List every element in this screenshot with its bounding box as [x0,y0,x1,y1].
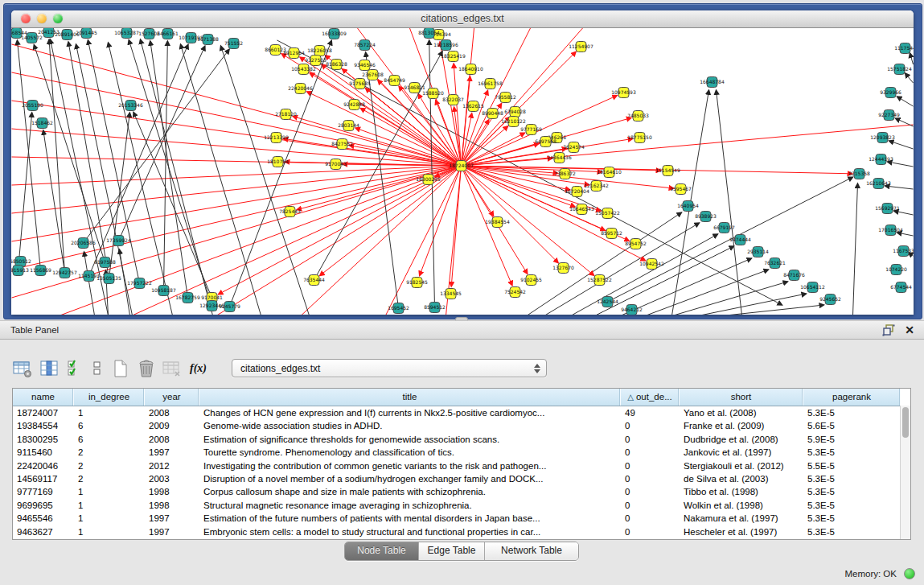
table-panel-body: f(x) citations_edges.txt namein_degreeye… [0,340,924,585]
network-edge[interactable] [133,112,211,298]
table-cell: Embryonic stem cells: a model to study s… [199,525,621,538]
graph-node-label: 9474444 [729,237,751,242]
table-row[interactable]: 977716911998Corpus callosum shape and si… [13,485,910,498]
table-row[interactable]: 946554611997Estimation of the future num… [13,512,910,525]
network-edge[interactable] [853,183,858,315]
table-cell: Franke et al. (2009) [680,419,803,432]
table-cell: 5.3E-5 [803,446,901,459]
network-edge[interactable] [84,252,95,315]
graph-node-label: 9102455 [520,277,542,282]
network-edge[interactable] [717,90,742,315]
network-edge[interactable] [366,52,399,308]
table-cell: 0 [621,512,680,525]
window-title: citations_edges.txt [11,13,914,24]
network-canvas[interactable]: 1872400786601238912954182260589327503818… [11,28,914,315]
network-edge[interactable] [910,53,914,64]
table-row[interactable]: 969969511998Structural magnetic resonanc… [13,499,910,512]
graph-node-label: 9671388 [197,36,219,42]
table-settings-icon[interactable] [13,359,32,378]
network-edge[interactable] [12,166,462,213]
table-cell: 1 [74,499,145,512]
graph-node-label: 9242848 [343,101,365,107]
graph-node-label: 16210122 [501,118,526,124]
graph-node-label: 7632621 [764,260,786,266]
network-edge[interactable] [885,186,914,189]
network-edge[interactable] [129,40,211,306]
row-selector-icon[interactable] [92,359,103,378]
network-edge[interactable] [230,40,332,307]
tab-edge-table[interactable]: Edge Table [419,542,485,560]
network-edge[interactable] [889,141,914,149]
network-edge[interactable] [133,166,462,315]
network-edge[interactable] [302,166,462,315]
graph-node-label: 8912954 [283,50,305,56]
table-source-dropdown[interactable]: citations_edges.txt [232,359,547,377]
table-cell: 2003 [145,472,199,485]
network-edge[interactable] [150,41,188,298]
network-edge[interactable] [451,166,461,286]
table-row[interactable]: 1872400712008Changes of HCN gene express… [13,406,910,419]
table-row[interactable]: 1938455462009Genome-wide association stu… [13,419,910,432]
network-edge[interactable] [897,97,914,106]
delete-trash-icon[interactable] [137,359,156,378]
graph-node-label: 15287522 [587,277,612,282]
tab-node-table[interactable]: Node Table [345,542,419,560]
table-cell: 9463627 [13,525,74,538]
network-edge[interactable] [12,72,462,166]
graph-node-label: 24364436 [547,154,572,160]
column-header-year[interactable]: year [145,389,199,406]
graph-node-label: 18226058 [307,47,332,53]
window-titlebar[interactable]: citations_edges.txt [11,10,914,28]
network-edge[interactable] [897,233,914,236]
column-header-pagerank[interactable]: pagerank [803,389,901,406]
table-row[interactable]: 911546021997Tourette syndrome. Phenomeno… [13,446,910,459]
network-edge[interactable] [18,113,32,270]
network-edge[interactable] [34,45,105,262]
delete-table-icon-disabled [162,359,182,378]
column-header-in-degree[interactable]: in_degree [74,389,145,406]
table-cell: Stergiakouli et al. (2012) [680,459,803,472]
network-edge[interactable] [43,130,65,273]
network-edge[interactable] [360,108,461,166]
network-edge[interactable] [462,166,512,286]
column-header-out-de-[interactable]: △out_de... [621,389,680,406]
network-edge[interactable] [596,246,734,315]
network-edge[interactable] [700,294,807,315]
table-cell: 6 [74,433,145,446]
network-edge[interactable] [888,162,914,167]
network-edge[interactable] [906,73,914,83]
graph-node-label: 8454749 [384,77,405,83]
network-edge[interactable] [218,166,461,295]
tab-network-table[interactable]: Network Table [485,542,578,560]
graph-node-label: 9170041 [201,295,223,300]
network-edge[interactable] [674,282,788,315]
graph-node-label: 16782759 [175,295,200,300]
function-builder-icon[interactable]: f(x) [190,359,212,378]
select-column-icon[interactable] [40,359,60,378]
new-document-icon[interactable] [111,359,130,378]
column-header-short[interactable]: short [680,389,803,406]
graph-node-label: 6679197 [713,225,735,230]
network-edge[interactable] [164,41,168,290]
network-edge[interactable] [647,270,769,315]
network-edge[interactable] [181,44,261,315]
network-edge[interactable] [49,39,64,273]
network-edge[interactable] [84,49,230,243]
column-checklist-icon[interactable] [68,359,84,378]
table-row[interactable]: 2242004622012Investigating the contribut… [13,459,910,472]
table-row[interactable]: 946362711997Embryonic stem cells: a mode… [13,525,910,538]
column-header-title[interactable]: title [199,389,621,406]
graph-node-label: 7524542 [504,289,526,295]
graph-node-label: 10543382 [291,66,316,72]
network-edge[interactable] [894,211,914,215]
close-panel-icon[interactable]: ✕ [905,323,914,337]
table-cell: 0 [621,446,680,459]
table-row[interactable]: 1830029562008Estimation of significance … [13,433,910,446]
table-row[interactable]: 1456911722003Disruption of a novel membe… [13,472,910,485]
table-vertical-scrollbar[interactable] [900,406,910,539]
column-header-name[interactable]: name [13,389,74,406]
graph-node-label: 7485033 [627,113,649,118]
float-window-icon[interactable] [882,324,895,336]
scrollbar-thumb[interactable] [902,407,909,438]
network-edge[interactable] [283,138,461,166]
